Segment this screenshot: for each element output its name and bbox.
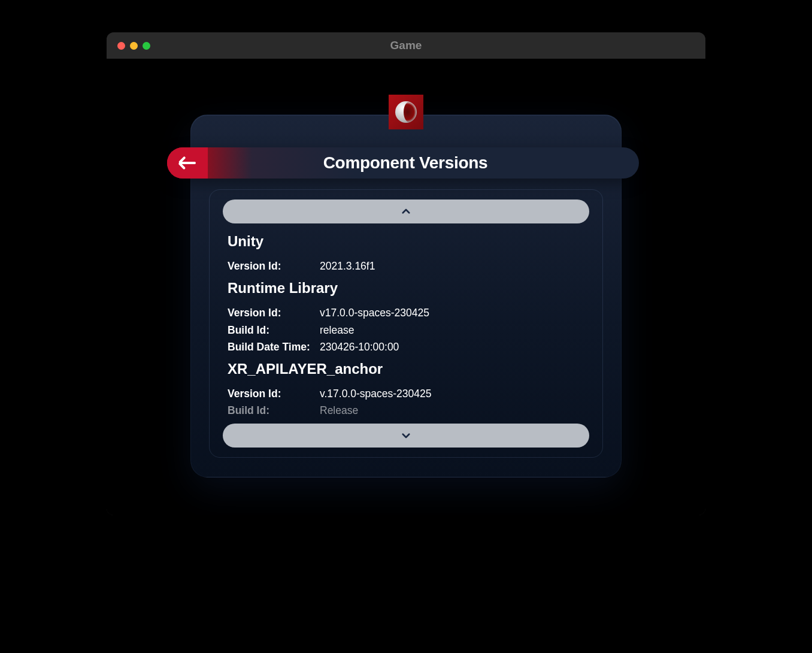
- unity-version-value: 2021.3.16f1: [320, 258, 375, 274]
- runtime-build-id-row: Build Id: release: [228, 322, 584, 338]
- runtime-version-value: v17.0.0-spaces-230425: [320, 305, 429, 321]
- apilayer-build-id-row: Build Id: Release: [228, 403, 584, 418]
- apilayer-version-value: v.17.0.0-spaces-230425: [320, 386, 431, 401]
- scroll-content[interactable]: Unity Version Id: 2021.3.16f1 Runtime Li…: [223, 223, 589, 424]
- minimize-window-button[interactable]: [130, 42, 138, 50]
- chevron-up-icon: [401, 206, 411, 217]
- maximize-window-button[interactable]: [143, 42, 150, 50]
- section-title-unity: Unity: [228, 233, 584, 250]
- label-build-id: Build Id:: [228, 322, 320, 338]
- game-viewport: Component Versions Unity Version Id: 202…: [107, 59, 705, 515]
- label-version-id: Version Id:: [228, 305, 320, 321]
- label-build-id: Build Id:: [228, 403, 320, 418]
- app-window: Game Component Versions Unity: [107, 32, 705, 515]
- back-arrow-icon: [179, 162, 196, 164]
- unity-version-row: Version Id: 2021.3.16f1: [228, 258, 584, 274]
- titlebar: Game: [107, 32, 705, 59]
- apilayer-version-row: Version Id: v.17.0.0-spaces-230425: [228, 386, 584, 401]
- panel-header: Component Versions: [167, 147, 639, 179]
- label-version-id: Version Id:: [228, 258, 320, 274]
- back-button[interactable]: [167, 147, 208, 179]
- component-versions-panel: Component Versions Unity Version Id: 202…: [190, 114, 622, 477]
- section-title-runtime: Runtime Library: [228, 280, 584, 297]
- chevron-down-icon: [401, 430, 411, 441]
- window-title: Game: [390, 39, 422, 52]
- label-version-id: Version Id:: [228, 386, 320, 401]
- scroll-down-button[interactable]: [223, 424, 589, 448]
- section-title-apilayer: XR_APILAYER_anchor: [228, 361, 584, 377]
- brand-logo: [389, 95, 423, 129]
- runtime-details: Version Id: v17.0.0-spaces-230425 Build …: [228, 305, 584, 355]
- runtime-build-date-value: 230426-10:00:00: [320, 339, 399, 355]
- apilayer-build-id-value: Release: [320, 403, 358, 418]
- label-build-date-time: Build Date Time:: [228, 339, 320, 355]
- scroll-area: Unity Version Id: 2021.3.16f1 Runtime Li…: [209, 189, 603, 458]
- close-window-button[interactable]: [117, 42, 125, 50]
- scroll-up-button[interactable]: [223, 199, 589, 223]
- traffic-lights: [107, 42, 150, 50]
- unity-details: Version Id: 2021.3.16f1: [228, 258, 584, 274]
- runtime-build-id-value: release: [320, 322, 354, 338]
- runtime-version-row: Version Id: v17.0.0-spaces-230425: [228, 305, 584, 321]
- panel-title: Component Versions: [208, 153, 639, 173]
- runtime-build-date-row: Build Date Time: 230426-10:00:00: [228, 339, 584, 355]
- apilayer-details: Version Id: v.17.0.0-spaces-230425 Build…: [228, 386, 584, 419]
- brand-logo-icon: [395, 101, 417, 123]
